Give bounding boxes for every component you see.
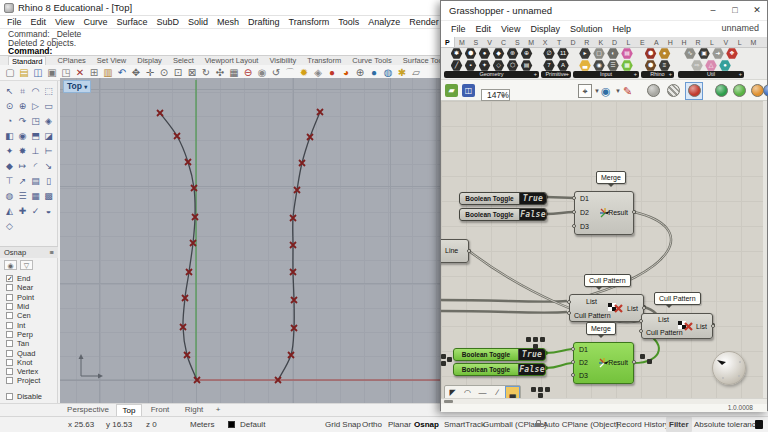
sidebar-tool-icon[interactable]: ↗ xyxy=(16,174,29,189)
toolbar-tab-visibility[interactable]: Visibility xyxy=(269,56,296,65)
status-toggle-ortho[interactable]: Ortho xyxy=(362,417,382,432)
osnap-item-quad[interactable]: Quad xyxy=(6,348,58,357)
close-button[interactable]: ✕ xyxy=(747,1,767,19)
component-icon[interactable]: ▤ xyxy=(521,60,533,71)
checkbox[interactable] xyxy=(6,312,13,319)
input-d1[interactable]: D1 xyxy=(579,346,588,353)
gh-menu-help[interactable]: Help xyxy=(612,24,631,34)
component-icon[interactable]: ╱ xyxy=(451,60,463,71)
component-icon[interactable]: ⬢ xyxy=(645,48,657,59)
checkbox[interactable]: ✓ xyxy=(6,275,13,282)
toggle-value[interactable]: True xyxy=(518,349,545,360)
boolean-toggle-component-selected[interactable]: Boolean Toggle False xyxy=(453,363,546,376)
grasshopper-canvas[interactable]: Line Boolean Toggle True Boolean Toggle … xyxy=(441,101,767,398)
component-icon[interactable]: ◐ xyxy=(607,48,619,59)
input-plug[interactable] xyxy=(571,373,575,377)
expand-plus-icon[interactable]: + xyxy=(634,71,637,78)
sidebar-tool-icon[interactable]: ✦ xyxy=(3,144,16,159)
preview-eye-icon[interactable]: ◉ xyxy=(601,84,611,98)
toolbar-tab-select[interactable]: Select xyxy=(173,56,194,65)
palette-group-label[interactable]: Primitive+ xyxy=(541,71,571,78)
sidebar-tool-icon[interactable]: ◠ xyxy=(29,84,42,99)
checkbox[interactable] xyxy=(6,284,13,291)
input-d2[interactable]: D2 xyxy=(579,359,588,366)
wire-display-none-icon[interactable]: ◤ xyxy=(445,386,460,398)
rhino-menu-drafting[interactable]: Drafting xyxy=(248,17,280,27)
input-d3[interactable]: D3 xyxy=(580,223,589,230)
input-plug[interactable] xyxy=(571,347,575,351)
status-toggle-filter[interactable]: Filter xyxy=(666,417,692,432)
current-layer-label[interactable]: Default xyxy=(240,417,265,432)
palette-group-label[interactable]: Util+ xyxy=(678,71,744,78)
gh-category-tab-22[interactable]: M xyxy=(747,37,761,47)
viewport-tab-right[interactable]: Right xyxy=(178,404,210,416)
component-icon[interactable]: ◆ xyxy=(493,48,505,59)
sidebar-tool-icon[interactable]: ⌗ xyxy=(16,84,29,99)
osnap-item-mid[interactable]: Mid xyxy=(6,302,58,311)
gh-category-tab-7[interactable]: X xyxy=(538,37,552,47)
rhino-menu-solid[interactable]: Solid xyxy=(188,17,208,27)
preview-custom-icon[interactable] xyxy=(733,84,746,97)
gh-category-tab-16[interactable]: H xyxy=(663,37,677,47)
component-icon[interactable]: ▸ xyxy=(579,48,591,59)
input-plug[interactable] xyxy=(572,210,576,214)
input-plug[interactable] xyxy=(572,224,576,228)
status-toggle-record-history[interactable]: Record History xyxy=(616,417,669,432)
status-toggle-osnap[interactable]: Osnap xyxy=(414,417,439,432)
canvas-compass-widget[interactable] xyxy=(712,351,746,385)
checkbox[interactable] xyxy=(6,377,13,384)
toolbar-tab-curve-tools[interactable]: Curve Tools xyxy=(352,56,391,65)
sidebar-tool-icon[interactable]: ◳ xyxy=(29,114,42,129)
gh-category-tab-12[interactable]: D xyxy=(608,37,622,47)
toolbar-tab-cplanes[interactable]: CPlanes xyxy=(57,56,85,65)
gh-category-tab-1[interactable]: M xyxy=(455,37,469,47)
sidebar-tool-icon[interactable]: ◉ xyxy=(16,129,29,144)
component-icon[interactable]: ✦ xyxy=(479,60,491,71)
save-icon[interactable]: ◫ xyxy=(32,66,44,80)
rhino-menu-analyze[interactable]: Analyze xyxy=(368,17,400,27)
status-toggle-smarttrack[interactable]: SmartTrack xyxy=(444,417,485,432)
component-icon[interactable]: △ xyxy=(705,60,717,71)
cull-pattern-component[interactable]: List Cull Pattern List xyxy=(569,294,644,322)
zoom-level-select[interactable]: 147%▼ xyxy=(481,89,510,101)
units-label[interactable]: Meters xyxy=(190,417,214,432)
toggle-value[interactable]: False xyxy=(519,209,546,220)
input-list[interactable]: List xyxy=(658,316,669,323)
sidebar-tool-icon[interactable]: ◆ xyxy=(3,159,16,174)
display-hidden-icon[interactable] xyxy=(667,84,680,97)
expand-plus-icon[interactable]: + xyxy=(669,71,672,78)
checkbox[interactable] xyxy=(6,294,13,301)
wire-display-default-icon[interactable]: — xyxy=(475,386,490,398)
gh-category-tab-5[interactable]: S xyxy=(510,37,524,47)
osnap-item-vertex[interactable]: Vertex xyxy=(6,367,58,376)
component-icon[interactable]: ▦ xyxy=(621,60,633,71)
input-d3[interactable]: D3 xyxy=(579,372,588,379)
input-plug[interactable] xyxy=(571,360,575,364)
save-file-icon[interactable]: ◫ xyxy=(462,84,475,97)
component-icon[interactable]: ⇨ xyxy=(691,60,703,71)
new-file-icon[interactable]: ▢ xyxy=(4,66,16,80)
sidebar-tool-icon[interactable]: ▤ xyxy=(29,174,42,189)
gh-category-tab-21[interactable]: L xyxy=(733,37,747,47)
viewport-tab-front[interactable]: Front xyxy=(144,404,176,416)
open-folder-icon[interactable]: ▤ xyxy=(18,66,30,80)
status-panel-icon[interactable] xyxy=(755,420,763,429)
sidebar-tool-icon[interactable]: ▭ xyxy=(42,99,55,114)
component-icon[interactable]: ∅ xyxy=(543,48,555,59)
component-icon[interactable]: ▢ xyxy=(593,48,605,59)
sidebar-tool-icon[interactable]: ▩ xyxy=(42,189,55,204)
osnap-item-end[interactable]: ✓End xyxy=(6,274,58,283)
palette-group-label[interactable]: Rhino+ xyxy=(641,71,674,78)
sidebar-tool-icon[interactable]: ⊙ xyxy=(3,99,16,114)
sidebar-tool-icon[interactable] xyxy=(16,219,29,234)
gh-category-tab-11[interactable]: K xyxy=(594,37,608,47)
gh-category-tab-15[interactable]: A xyxy=(649,37,663,47)
print-icon[interactable]: ▣ xyxy=(46,66,58,80)
checkbox[interactable] xyxy=(6,368,13,375)
rhino-menu-view[interactable]: View xyxy=(55,17,74,27)
component-icon[interactable]: ⬡ xyxy=(507,60,519,71)
component-icon[interactable]: ⬢ xyxy=(645,60,657,71)
wire-display-faint-icon[interactable]: ◠ xyxy=(460,386,475,398)
output-plug[interactable] xyxy=(632,210,636,214)
sidebar-tool-icon[interactable]: ✓ xyxy=(29,204,42,219)
